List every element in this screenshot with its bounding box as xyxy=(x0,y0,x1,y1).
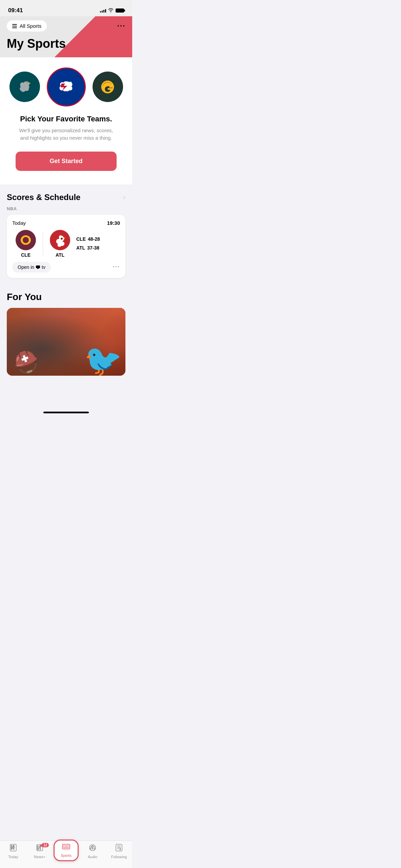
tv-label: tv xyxy=(42,264,45,270)
pick-teams-subtitle: We'll give you personalized news, scores… xyxy=(19,127,114,142)
more-button[interactable]: ··· xyxy=(117,22,125,31)
battery-icon xyxy=(116,8,124,13)
game-date: Today xyxy=(12,220,26,226)
hawks-logo xyxy=(50,230,70,250)
team-divider xyxy=(43,232,43,256)
home-team-info: CLE xyxy=(12,230,39,258)
header: All Sports ··· My Sports xyxy=(0,16,132,57)
tab-bar-spacer xyxy=(0,376,132,410)
all-sports-label: All Sports xyxy=(20,23,41,29)
svg-point-2 xyxy=(27,82,27,83)
svg-rect-13 xyxy=(37,268,39,269)
cavs-logo xyxy=(16,230,36,250)
scores-chevron-icon[interactable]: › xyxy=(123,193,125,201)
game-stats: CLE48-28 ATL37-38 xyxy=(74,235,120,252)
svg-point-11 xyxy=(61,238,62,239)
game-time: 19:30 xyxy=(107,220,120,226)
status-bar: 09:41 xyxy=(0,0,132,16)
scores-header: Scores & Schedule › xyxy=(7,193,125,202)
scores-section: Scores & Schedule › NBA Today 19:30 CLE xyxy=(0,184,132,283)
status-time: 09:41 xyxy=(8,7,23,14)
cavs-svg xyxy=(18,233,33,248)
open-in-tv-label: Open in xyxy=(18,264,34,270)
home-indicator xyxy=(43,412,89,413)
scores-title: Scores & Schedule xyxy=(7,193,80,202)
bills-logo xyxy=(47,67,86,106)
get-started-button[interactable]: Get Started xyxy=(16,152,117,171)
pick-teams-title: Pick Your Favorite Teams. xyxy=(7,115,125,123)
league-label: NBA xyxy=(7,206,125,211)
signal-icon xyxy=(100,8,106,13)
for-you-card[interactable]: 🐦 ⛑️ xyxy=(7,308,125,376)
apple-tv-icon xyxy=(36,265,40,269)
wifi-icon xyxy=(108,8,114,13)
team-logos xyxy=(7,67,125,106)
eagles-logo xyxy=(9,72,40,102)
pick-teams-section: Pick Your Favorite Teams. We'll give you… xyxy=(0,57,132,184)
status-icons xyxy=(100,8,124,13)
game-footer: Open in tv ··· xyxy=(12,262,120,273)
home-record: CLE48-28 xyxy=(76,235,120,243)
header-top: All Sports ··· xyxy=(7,20,125,32)
hawks-svg xyxy=(53,233,67,248)
for-you-section: For You 🐦 ⛑️ xyxy=(0,283,132,376)
game-teams-row: CLE ATL xyxy=(12,230,120,258)
hamburger-icon xyxy=(12,24,17,28)
game-header: Today 19:30 xyxy=(12,220,120,226)
away-record: ATL37-38 xyxy=(76,244,120,252)
for-you-title: For You xyxy=(7,292,125,302)
for-you-card-bg: 🐦 ⛑️ xyxy=(7,308,125,376)
bills-svg xyxy=(53,74,79,100)
cardinal-image: 🐦 xyxy=(84,345,122,376)
game-card: Today 19:30 CLE xyxy=(7,215,125,278)
open-in-tv-button[interactable]: Open in tv xyxy=(12,262,51,273)
eagles-svg xyxy=(14,76,35,98)
all-sports-button[interactable]: All Sports xyxy=(7,20,47,32)
page-title: My Sports xyxy=(7,37,125,51)
packers-svg xyxy=(97,76,118,98)
packers-logo xyxy=(93,72,123,102)
away-team-abbr: ATL xyxy=(56,252,64,258)
svg-rect-12 xyxy=(36,265,40,268)
game-more-icon[interactable]: ··· xyxy=(113,263,120,271)
away-team-info: ATL xyxy=(46,230,74,258)
home-team-abbr: CLE xyxy=(21,252,31,258)
